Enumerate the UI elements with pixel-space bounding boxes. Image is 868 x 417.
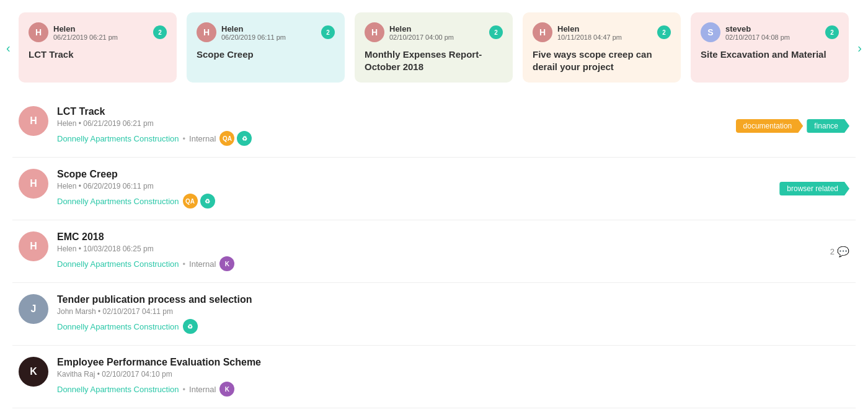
user-badge: ♻: [183, 319, 198, 334]
list-project-link[interactable]: Donnelly Apartments Construction: [57, 134, 179, 143]
list-item-meta: Kavitha Raj • 02/10/2017 04:10 pm: [57, 370, 849, 379]
card-meta: Helen 06/21/2019 06:21 pm: [53, 24, 148, 41]
list-author: Kavitha Raj: [57, 370, 95, 379]
list-date: 06/21/2019 06:21 pm: [83, 119, 153, 128]
card-avatar: H: [533, 22, 552, 42]
card-badge: 2: [657, 25, 671, 39]
list-project-link[interactable]: Donnelly Apartments Construction: [57, 322, 179, 331]
list-author: Helen: [57, 182, 76, 191]
badge-group: K: [219, 382, 234, 397]
card-author: Helen: [557, 24, 652, 34]
list-project-link[interactable]: Donnelly Apartments Construction: [57, 385, 179, 394]
carousel-card-2[interactable]: H Helen 06/20/2019 06:11 pm 2 Scope Cree…: [187, 12, 345, 83]
card-date: 10/11/2018 04:47 pm: [557, 34, 652, 41]
carousel-card-1[interactable]: H Helen 06/21/2019 06:21 pm 2 LCT Track: [19, 12, 177, 83]
list-content: Employee Performance Evaluation Scheme K…: [57, 357, 849, 397]
card-avatar: H: [365, 22, 384, 42]
list-item-title[interactable]: Tender publication process and selection: [57, 294, 849, 305]
card-header: H Helen 02/10/2017 04:00 pm 2: [365, 22, 503, 42]
separator: •: [183, 134, 186, 143]
list-author: Helen: [57, 244, 76, 253]
card-badge: 2: [153, 25, 167, 39]
tag-label: browser related: [779, 182, 849, 195]
list-item-3: H EMC 2018 Helen • 10/03/2018 06:25 pm D…: [12, 220, 856, 283]
list-item-5: K Employee Performance Evaluation Scheme…: [12, 346, 856, 408]
list-item-meta: John Marsh • 02/10/2017 04:11 pm: [57, 307, 849, 316]
internal-label: Internal: [189, 259, 216, 269]
card-header: S steveb 02/10/2017 04:08 pm 2: [701, 22, 839, 42]
user-badge: ♻: [237, 131, 252, 146]
list-project-line: Donnelly Apartments Construction QA♻: [57, 194, 849, 208]
list-content: EMC 2018 Helen • 10/03/2018 06:25 pm Don…: [57, 231, 849, 271]
tag-group: browser related: [779, 182, 849, 195]
list-item-meta: Helen • 06/20/2019 06:11 pm: [57, 182, 849, 191]
card-meta: Helen 10/11/2018 04:47 pm: [557, 24, 652, 41]
list-project-line: Donnelly Apartments Construction •Intern…: [57, 256, 849, 271]
tag-label: documentation: [736, 119, 804, 133]
list-author: Helen: [57, 119, 76, 128]
comment-number: 2: [830, 247, 835, 256]
carousel-prev-button[interactable]: ‹: [3, 37, 14, 58]
carousel-card-3[interactable]: H Helen 02/10/2017 04:00 pm 2 Monthly Ex…: [355, 12, 513, 83]
tag-group: documentationfinance: [736, 119, 849, 133]
list-date: 02/10/2017 04:10 pm: [102, 370, 172, 379]
card-meta: Helen 06/20/2019 06:11 pm: [221, 24, 316, 41]
list-item-title[interactable]: EMC 2018: [57, 231, 849, 243]
user-badge: QA: [219, 131, 234, 146]
list-project-link[interactable]: Donnelly Apartments Construction: [57, 197, 179, 206]
card-author: Helen: [53, 24, 148, 34]
list-project-line: Donnelly Apartments Construction •Intern…: [57, 131, 849, 146]
list-date: 10/03/2018 06:25 pm: [83, 244, 153, 253]
tag-label: finance: [807, 119, 849, 133]
badge-group: K: [219, 256, 234, 271]
list-item-title[interactable]: Employee Performance Evaluation Scheme: [57, 357, 849, 368]
list-date: 06/20/2019 06:11 pm: [83, 182, 153, 191]
badge-group: QA♻: [219, 131, 252, 146]
badge-group: QA♻: [183, 194, 215, 208]
badge-group: ♻: [183, 319, 198, 334]
card-header: H Helen 10/11/2018 04:47 pm 2: [533, 22, 671, 42]
list-item-4: J Tender publication process and selecti…: [12, 283, 856, 346]
card-avatar: H: [29, 22, 48, 42]
list-content: Scope Creep Helen • 06/20/2019 06:11 pm …: [57, 169, 849, 208]
card-title: Five ways scope creep can derail your pr…: [533, 48, 671, 73]
card-date: 06/21/2019 06:21 pm: [53, 34, 148, 41]
card-title: LCT Track: [29, 48, 167, 61]
card-badge: 2: [825, 25, 839, 39]
list-item-2: H Scope Creep Helen • 06/20/2019 06:11 p…: [12, 158, 856, 220]
list-content: LCT Track Helen • 06/21/2019 06:21 pm Do…: [57, 106, 849, 146]
list-item-title[interactable]: Scope Creep: [57, 169, 849, 180]
carousel-section: ‹ H Helen 06/21/2019 06:21 pm 2 LCT Trac…: [0, 0, 868, 95]
card-header: H Helen 06/20/2019 06:11 pm 2: [197, 22, 335, 42]
list-item-meta: Helen • 06/21/2019 06:21 pm: [57, 119, 849, 128]
list-content: Tender publication process and selection…: [57, 294, 849, 334]
card-title: Scope Creep: [197, 48, 335, 61]
list-project-link[interactable]: Donnelly Apartments Construction: [57, 259, 179, 269]
card-badge: 2: [489, 25, 503, 39]
list-section: H LCT Track Helen • 06/21/2019 06:21 pm …: [0, 95, 868, 408]
user-badge: K: [219, 256, 234, 271]
comment-count: 2 💬: [830, 246, 849, 258]
card-title: Site Excavation and Material: [701, 48, 839, 61]
carousel-next-button[interactable]: ›: [854, 37, 865, 58]
user-badge: QA: [183, 194, 198, 208]
carousel-wrapper: ‹ H Helen 06/21/2019 06:21 pm 2 LCT Trac…: [0, 0, 868, 95]
card-date: 02/10/2017 04:08 pm: [725, 34, 820, 41]
separator: •: [183, 259, 186, 269]
card-badge: 2: [321, 25, 335, 39]
card-date: 02/10/2017 04:00 pm: [389, 34, 484, 41]
list-item-meta: Helen • 10/03/2018 06:25 pm: [57, 244, 849, 253]
card-title: Monthly Expenses Report- October 2018: [365, 48, 503, 73]
list-project-line: Donnelly Apartments Construction •Intern…: [57, 382, 849, 397]
list-avatar: J: [19, 294, 48, 324]
card-author: steveb: [725, 24, 820, 34]
list-project-line: Donnelly Apartments Construction ♻: [57, 319, 849, 334]
card-header: H Helen 06/21/2019 06:21 pm 2: [29, 22, 167, 42]
carousel-card-5[interactable]: S steveb 02/10/2017 04:08 pm 2 Site Exca…: [691, 12, 849, 83]
carousel-track: H Helen 06/21/2019 06:21 pm 2 LCT Track …: [19, 12, 849, 83]
separator: •: [183, 385, 186, 394]
internal-label: Internal: [189, 385, 216, 394]
list-avatar: K: [19, 357, 48, 387]
list-item-title[interactable]: LCT Track: [57, 106, 849, 117]
carousel-card-4[interactable]: H Helen 10/11/2018 04:47 pm 2 Five ways …: [523, 12, 681, 83]
